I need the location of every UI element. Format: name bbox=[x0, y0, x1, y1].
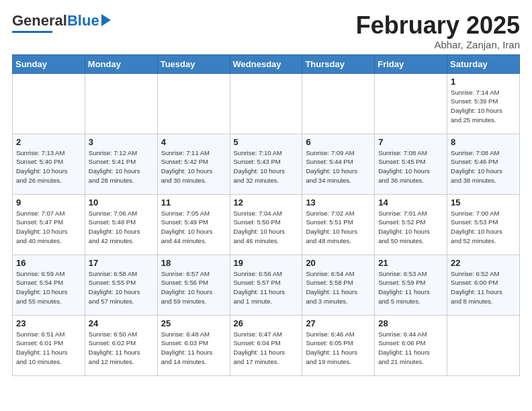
day-info: Sunrise: 6:47 AM Sunset: 6:04 PM Dayligh… bbox=[234, 330, 299, 367]
day-number: 3 bbox=[89, 137, 154, 147]
day-number: 11 bbox=[161, 197, 226, 208]
calendar-cell: 6Sunrise: 7:09 AM Sunset: 5:44 PM Daylig… bbox=[302, 134, 375, 194]
day-number: 27 bbox=[306, 318, 371, 328]
logo-blue: Blue bbox=[67, 12, 99, 30]
day-number: 25 bbox=[161, 318, 226, 328]
day-number: 22 bbox=[451, 258, 516, 268]
calendar-cell: 5Sunrise: 7:10 AM Sunset: 5:43 PM Daylig… bbox=[230, 134, 302, 194]
calendar-cell: 19Sunrise: 6:56 AM Sunset: 5:57 PM Dayli… bbox=[230, 255, 302, 315]
day-info: Sunrise: 7:01 AM Sunset: 5:52 PM Dayligh… bbox=[378, 209, 443, 246]
calendar-cell bbox=[375, 73, 447, 134]
calendar-cell bbox=[157, 73, 230, 134]
day-number: 18 bbox=[161, 258, 226, 268]
day-info: Sunrise: 6:58 AM Sunset: 5:55 PM Dayligh… bbox=[89, 269, 154, 306]
day-number: 17 bbox=[89, 258, 154, 268]
day-info: Sunrise: 7:12 AM Sunset: 5:41 PM Dayligh… bbox=[89, 148, 154, 185]
day-number: 24 bbox=[89, 318, 154, 328]
calendar-week-2: 2Sunrise: 7:13 AM Sunset: 5:40 PM Daylig… bbox=[13, 134, 520, 194]
day-number: 15 bbox=[451, 197, 516, 208]
weekday-header-tuesday: Tuesday bbox=[157, 54, 230, 73]
calendar-cell: 23Sunrise: 6:51 AM Sunset: 6:01 PM Dayli… bbox=[13, 315, 85, 375]
day-info: Sunrise: 7:00 AM Sunset: 5:53 PM Dayligh… bbox=[451, 209, 516, 246]
day-info: Sunrise: 7:04 AM Sunset: 5:50 PM Dayligh… bbox=[234, 209, 299, 246]
page: General Blue February 2025 Abhar, Zanjan… bbox=[0, 0, 532, 383]
weekday-header-wednesday: Wednesday bbox=[230, 54, 302, 73]
weekday-header-sunday: Sunday bbox=[13, 54, 85, 73]
day-info: Sunrise: 6:59 AM Sunset: 5:54 PM Dayligh… bbox=[16, 269, 81, 306]
day-number: 5 bbox=[234, 137, 299, 147]
calendar-cell: 1Sunrise: 7:14 AM Sunset: 5:39 PM Daylig… bbox=[447, 73, 520, 134]
day-info: Sunrise: 7:09 AM Sunset: 5:44 PM Dayligh… bbox=[306, 148, 371, 185]
day-info: Sunrise: 6:52 AM Sunset: 6:00 PM Dayligh… bbox=[451, 269, 516, 306]
day-info: Sunrise: 6:48 AM Sunset: 6:03 PM Dayligh… bbox=[161, 330, 226, 367]
logo-arrow-icon bbox=[101, 14, 111, 26]
calendar-cell bbox=[447, 315, 520, 375]
weekday-header-friday: Friday bbox=[375, 54, 447, 73]
day-number: 13 bbox=[306, 197, 371, 208]
day-info: Sunrise: 6:44 AM Sunset: 6:06 PM Dayligh… bbox=[378, 330, 443, 367]
calendar-cell: 11Sunrise: 7:05 AM Sunset: 5:49 PM Dayli… bbox=[157, 194, 230, 255]
day-info: Sunrise: 7:13 AM Sunset: 5:40 PM Dayligh… bbox=[16, 148, 81, 185]
day-number: 12 bbox=[234, 197, 299, 208]
day-info: Sunrise: 7:14 AM Sunset: 5:39 PM Dayligh… bbox=[451, 88, 516, 125]
calendar-cell bbox=[230, 73, 302, 134]
day-number: 19 bbox=[234, 258, 299, 268]
calendar-cell: 10Sunrise: 7:06 AM Sunset: 5:48 PM Dayli… bbox=[85, 194, 157, 255]
day-info: Sunrise: 7:08 AM Sunset: 5:45 PM Dayligh… bbox=[378, 148, 443, 185]
day-number: 6 bbox=[306, 137, 371, 147]
day-info: Sunrise: 7:02 AM Sunset: 5:51 PM Dayligh… bbox=[306, 209, 371, 246]
calendar-week-5: 23Sunrise: 6:51 AM Sunset: 6:01 PM Dayli… bbox=[13, 315, 520, 375]
day-info: Sunrise: 6:53 AM Sunset: 5:59 PM Dayligh… bbox=[378, 269, 443, 306]
day-number: 7 bbox=[378, 137, 443, 147]
calendar-week-3: 9Sunrise: 7:07 AM Sunset: 5:47 PM Daylig… bbox=[13, 194, 520, 255]
day-number: 20 bbox=[306, 258, 371, 268]
calendar-cell: 20Sunrise: 6:54 AM Sunset: 5:58 PM Dayli… bbox=[302, 255, 375, 315]
day-info: Sunrise: 7:08 AM Sunset: 5:46 PM Dayligh… bbox=[451, 148, 516, 185]
logo: General Blue bbox=[12, 12, 111, 33]
calendar-week-4: 16Sunrise: 6:59 AM Sunset: 5:54 PM Dayli… bbox=[13, 255, 520, 315]
day-info: Sunrise: 7:10 AM Sunset: 5:43 PM Dayligh… bbox=[234, 148, 299, 185]
calendar-cell: 25Sunrise: 6:48 AM Sunset: 6:03 PM Dayli… bbox=[157, 315, 230, 375]
day-number: 9 bbox=[16, 197, 81, 208]
calendar-cell: 8Sunrise: 7:08 AM Sunset: 5:46 PM Daylig… bbox=[447, 134, 520, 194]
weekday-header-row: SundayMondayTuesdayWednesdayThursdayFrid… bbox=[13, 54, 520, 73]
calendar-cell: 12Sunrise: 7:04 AM Sunset: 5:50 PM Dayli… bbox=[230, 194, 302, 255]
day-info: Sunrise: 6:56 AM Sunset: 5:57 PM Dayligh… bbox=[234, 269, 299, 306]
calendar-cell: 13Sunrise: 7:02 AM Sunset: 5:51 PM Dayli… bbox=[302, 194, 375, 255]
day-number: 26 bbox=[234, 318, 299, 328]
day-info: Sunrise: 7:06 AM Sunset: 5:48 PM Dayligh… bbox=[89, 209, 154, 246]
calendar-cell bbox=[302, 73, 375, 134]
calendar-cell: 9Sunrise: 7:07 AM Sunset: 5:47 PM Daylig… bbox=[13, 194, 85, 255]
logo-line bbox=[12, 31, 52, 33]
calendar-cell bbox=[85, 73, 157, 134]
calendar-cell: 17Sunrise: 6:58 AM Sunset: 5:55 PM Dayli… bbox=[85, 255, 157, 315]
day-number: 14 bbox=[378, 197, 443, 208]
day-number: 23 bbox=[16, 318, 81, 328]
day-info: Sunrise: 7:05 AM Sunset: 5:49 PM Dayligh… bbox=[161, 209, 226, 246]
day-info: Sunrise: 6:46 AM Sunset: 6:05 PM Dayligh… bbox=[306, 330, 371, 367]
calendar-cell: 2Sunrise: 7:13 AM Sunset: 5:40 PM Daylig… bbox=[13, 134, 85, 194]
day-info: Sunrise: 6:50 AM Sunset: 6:02 PM Dayligh… bbox=[89, 330, 154, 367]
calendar-cell: 22Sunrise: 6:52 AM Sunset: 6:00 PM Dayli… bbox=[447, 255, 520, 315]
calendar-cell: 14Sunrise: 7:01 AM Sunset: 5:52 PM Dayli… bbox=[375, 194, 447, 255]
day-number: 28 bbox=[378, 318, 443, 328]
day-number: 1 bbox=[451, 77, 516, 87]
day-info: Sunrise: 6:51 AM Sunset: 6:01 PM Dayligh… bbox=[16, 330, 81, 367]
logo-general: General bbox=[12, 12, 67, 30]
day-info: Sunrise: 7:11 AM Sunset: 5:42 PM Dayligh… bbox=[161, 148, 226, 185]
day-number: 21 bbox=[378, 258, 443, 268]
calendar-cell bbox=[13, 73, 85, 134]
calendar-week-1: 1Sunrise: 7:14 AM Sunset: 5:39 PM Daylig… bbox=[13, 73, 520, 134]
weekday-header-thursday: Thursday bbox=[302, 54, 375, 73]
calendar-cell: 26Sunrise: 6:47 AM Sunset: 6:04 PM Dayli… bbox=[230, 315, 302, 375]
calendar-cell: 3Sunrise: 7:12 AM Sunset: 5:41 PM Daylig… bbox=[85, 134, 157, 194]
title-block: February 2025 Abhar, Zanjan, Iran bbox=[356, 12, 520, 50]
day-number: 4 bbox=[161, 137, 226, 147]
weekday-header-monday: Monday bbox=[85, 54, 157, 73]
calendar-cell: 15Sunrise: 7:00 AM Sunset: 5:53 PM Dayli… bbox=[447, 194, 520, 255]
calendar-cell: 16Sunrise: 6:59 AM Sunset: 5:54 PM Dayli… bbox=[13, 255, 85, 315]
calendar-cell: 24Sunrise: 6:50 AM Sunset: 6:02 PM Dayli… bbox=[85, 315, 157, 375]
day-number: 8 bbox=[451, 137, 516, 147]
calendar-cell: 7Sunrise: 7:08 AM Sunset: 5:45 PM Daylig… bbox=[375, 134, 447, 194]
calendar-cell: 21Sunrise: 6:53 AM Sunset: 5:59 PM Dayli… bbox=[375, 255, 447, 315]
